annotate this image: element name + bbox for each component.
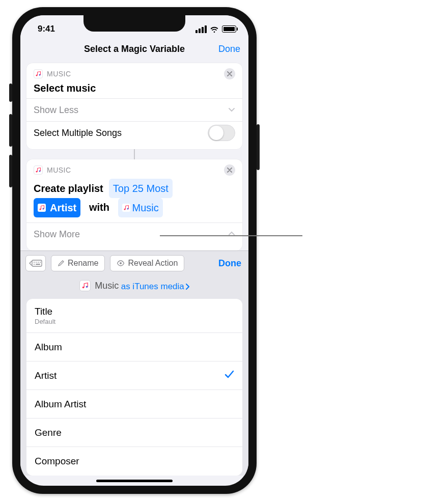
property-label: Album bbox=[35, 342, 62, 353]
checkmark-icon bbox=[224, 369, 234, 382]
select-multiple-toggle[interactable] bbox=[208, 125, 235, 141]
side-button bbox=[257, 124, 260, 170]
home-indicator[interactable] bbox=[96, 480, 173, 482]
music-variable-token[interactable]: Music bbox=[118, 198, 163, 217]
reveal-action-button[interactable]: Reveal Action bbox=[110, 255, 184, 271]
callout-line bbox=[160, 235, 302, 236]
svg-point-12 bbox=[40, 262, 41, 263]
variable-preview: Music as iTunes media bbox=[20, 275, 248, 299]
artist-token-label: Artist bbox=[50, 199, 76, 216]
chevron-down-icon bbox=[228, 105, 235, 116]
property-label: Artist bbox=[35, 370, 57, 381]
show-less-label: Show Less bbox=[34, 105, 78, 116]
svg-point-5 bbox=[43, 208, 44, 210]
notch bbox=[83, 15, 185, 32]
show-more-row[interactable]: Show More bbox=[34, 223, 235, 245]
rename-button[interactable]: Rename bbox=[51, 255, 105, 271]
music-app-icon bbox=[34, 165, 43, 175]
svg-point-16 bbox=[82, 287, 85, 289]
nav-bar: Select a Magic Variable Done bbox=[20, 38, 248, 60]
playlist-name-token[interactable]: Top 25 Most bbox=[109, 179, 173, 198]
show-less-row[interactable]: Show Less bbox=[34, 99, 235, 121]
action-card-create-playlist: MUSIC Create playlist Top 25 Most bbox=[26, 159, 242, 250]
connector-line bbox=[134, 149, 135, 159]
close-icon[interactable] bbox=[224, 164, 235, 176]
property-item[interactable]: Album bbox=[26, 333, 242, 361]
silence-switch bbox=[9, 84, 12, 102]
close-icon[interactable] bbox=[224, 68, 235, 79]
property-item[interactable]: Genre bbox=[26, 419, 242, 447]
artist-variable-token[interactable]: Artist bbox=[34, 198, 80, 217]
svg-point-0 bbox=[36, 75, 38, 76]
rename-label: Rename bbox=[68, 259, 98, 268]
svg-point-10 bbox=[36, 262, 37, 263]
property-label: Title bbox=[35, 306, 55, 317]
property-item[interactable]: Artist bbox=[26, 361, 242, 390]
battery-icon bbox=[222, 25, 236, 33]
action-app-label: MUSIC bbox=[47, 166, 71, 174]
music-app-icon bbox=[38, 204, 46, 212]
back-keyboard-button[interactable] bbox=[25, 255, 46, 271]
cellular-signal-icon bbox=[195, 25, 207, 33]
variable-type-selector[interactable]: as iTunes media bbox=[121, 282, 189, 292]
with-text: with bbox=[89, 202, 109, 213]
svg-point-9 bbox=[34, 262, 35, 263]
svg-point-2 bbox=[36, 171, 38, 173]
variable-name-label: Music bbox=[95, 281, 119, 291]
volume-down-button bbox=[9, 155, 12, 187]
svg-point-3 bbox=[39, 171, 41, 172]
property-item[interactable]: Album Artist bbox=[26, 390, 242, 419]
svg-point-15 bbox=[120, 262, 122, 264]
pencil-icon bbox=[58, 260, 65, 267]
action-sentence: Create playlist Top 25 Most Artist with bbox=[34, 179, 235, 217]
show-more-label: Show More bbox=[34, 229, 80, 240]
svg-point-6 bbox=[124, 209, 125, 210]
music-app-icon bbox=[122, 204, 130, 212]
eye-icon bbox=[117, 260, 125, 267]
svg-point-17 bbox=[86, 286, 88, 288]
property-label: Genre bbox=[35, 427, 62, 438]
wifi-icon bbox=[210, 25, 219, 33]
variable-type-label: as iTunes media bbox=[121, 282, 184, 292]
property-sublabel: Default bbox=[35, 318, 55, 325]
variable-toolbar: Rename Reveal Action Done bbox=[20, 251, 248, 275]
done-button[interactable]: Done bbox=[218, 44, 240, 54]
action-title: Select music bbox=[34, 82, 235, 94]
music-app-icon bbox=[34, 69, 43, 78]
chevron-up-icon bbox=[228, 229, 235, 240]
property-label: Composer bbox=[35, 456, 79, 467]
property-list: TitleDefaultAlbumArtistAlbum ArtistGenre… bbox=[26, 299, 242, 476]
svg-point-11 bbox=[38, 262, 39, 263]
property-item[interactable]: Composer bbox=[26, 447, 242, 476]
volume-up-button bbox=[9, 114, 12, 147]
select-multiple-label: Select Multiple Songs bbox=[34, 128, 122, 138]
toolbar-done-button[interactable]: Done bbox=[218, 258, 243, 269]
svg-point-1 bbox=[39, 74, 41, 76]
status-time: 9:41 bbox=[38, 24, 55, 34]
property-item[interactable]: TitleDefault bbox=[26, 299, 242, 333]
select-multiple-row: Select Multiple Songs bbox=[34, 122, 235, 144]
svg-rect-8 bbox=[32, 260, 42, 266]
iphone-frame: 9:41 Select a Magic Variable Done bbox=[12, 7, 257, 494]
music-token-label: Music bbox=[132, 199, 159, 216]
svg-point-4 bbox=[40, 209, 41, 210]
chevron-right-icon bbox=[185, 284, 189, 290]
svg-point-7 bbox=[127, 208, 128, 210]
page-title: Select a Magic Variable bbox=[20, 44, 248, 54]
action-app-label: MUSIC bbox=[47, 70, 71, 78]
music-app-icon bbox=[79, 280, 91, 291]
svg-point-13 bbox=[34, 264, 35, 265]
action-card-select-music: MUSIC Select music Show Less bbox=[26, 63, 242, 149]
property-label: Album Artist bbox=[35, 399, 86, 410]
screen: 9:41 Select a Magic Variable Done bbox=[20, 15, 248, 486]
svg-rect-14 bbox=[36, 264, 40, 265]
create-playlist-text: Create playlist bbox=[34, 183, 103, 194]
reveal-action-label: Reveal Action bbox=[128, 259, 178, 268]
